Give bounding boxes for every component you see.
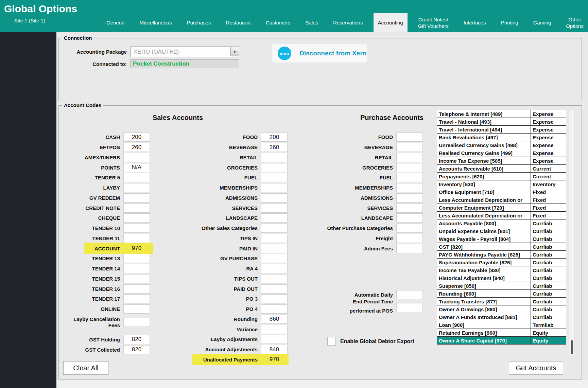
tab-printing[interactable]: Printing xyxy=(497,13,523,32)
purchase-field-food[interactable] xyxy=(396,133,423,142)
account-row-superannuation-payable-826[interactable]: Superannuation Payable [826]Currliab xyxy=(437,258,567,266)
sales-field-po-3[interactable] xyxy=(261,294,288,303)
purchase-field-services[interactable] xyxy=(396,204,423,213)
sales-field-gv-purchase[interactable] xyxy=(261,254,288,263)
purchase-field-retail[interactable] xyxy=(396,153,423,162)
account-row-wages-payable-payroll-804[interactable]: Wages Payable - Payroll [804]Currliab xyxy=(437,235,567,243)
purchase-field-admin-fees[interactable] xyxy=(396,244,423,253)
sales-field-account-adjustments[interactable]: 840 xyxy=(261,345,288,354)
tender-field-cash[interactable]: 200 xyxy=(123,133,150,142)
account-row-historical-adjustment-840[interactable]: Historical Adjustment [840]Currliab xyxy=(437,274,567,282)
tender-field-cheque[interactable] xyxy=(123,213,150,223)
account-row-accounts-receivable-610[interactable]: Accounts Receivable [610]Current xyxy=(437,164,567,173)
sales-field-layby-adjustments[interactable] xyxy=(261,335,288,344)
sales-field-memberships[interactable] xyxy=(261,183,288,192)
tab-sales[interactable]: Sales xyxy=(301,13,323,32)
tender-field-account[interactable]: 970 xyxy=(123,244,150,253)
sales-field-other-sales-categories[interactable] xyxy=(261,224,288,233)
sales-field-po-4[interactable] xyxy=(261,304,288,314)
sales-field-tips-out[interactable] xyxy=(261,274,288,283)
account-row-payg-withholdings-payable-825[interactable]: PAYG Withholdings Payable [825]Currliab xyxy=(437,250,567,259)
account-row-owner-a-share-capital-970[interactable]: Owner A Share Capital [970]Equity xyxy=(437,336,567,345)
account-row-unrealised-currency-gains-498[interactable]: Unrealised Currency Gains [498]Expense xyxy=(437,141,567,149)
account-row-gst-820[interactable]: GST [820]Currliab xyxy=(437,243,567,251)
tab-restaurant[interactable]: Restaurant xyxy=(221,13,255,32)
account-row-bank-revaluations-497[interactable]: Bank Revaluations [497]Expense xyxy=(437,133,567,141)
sales-field-retail[interactable] xyxy=(261,153,288,162)
tender-field-tender-16[interactable] xyxy=(123,284,150,294)
account-row-telephone-internet-489[interactable]: Telephone & Internet [489]Expense xyxy=(437,110,567,118)
clear-all-button[interactable]: Clear All xyxy=(63,361,108,375)
tab-general[interactable]: General xyxy=(102,13,129,32)
account-row-prepayments-620[interactable]: Prepayments [620]Current xyxy=(437,172,567,180)
account-row-office-equipment-710[interactable]: Office Equipment [710]Fixed xyxy=(437,188,567,196)
sales-field-services[interactable] xyxy=(261,204,288,213)
account-row-owner-a-funds-introduced-881[interactable]: Owner A Funds Introduced [881]Currliab xyxy=(437,313,567,321)
enable-global-debtor-export-checkbox[interactable] xyxy=(327,337,336,346)
account-row-inventory-630[interactable]: Inventory [630]Inventory xyxy=(437,180,567,188)
account-row-owner-a-drawings-880[interactable]: Owner A Drawings [880]Currliab xyxy=(437,305,567,313)
tender-field-eftpos[interactable]: 260 xyxy=(123,143,150,152)
accounts-scrollbar-thumb[interactable] xyxy=(571,340,573,354)
sales-field-paid-out[interactable] xyxy=(261,284,288,294)
tab-gaming[interactable]: Gaming xyxy=(529,13,556,32)
account-row-loan-900[interactable]: Loan [900]Termliab xyxy=(437,321,567,329)
purchase-field-beverage[interactable] xyxy=(396,143,423,152)
sales-field-fuel[interactable] xyxy=(261,173,288,182)
purchase-field-other-purchase-categories[interactable] xyxy=(396,224,423,233)
tender-field-tender-5[interactable] xyxy=(123,173,150,182)
purchase-field-admissions[interactable] xyxy=(396,193,423,202)
account-row-rounding-860[interactable]: Rounding [860]Currliab xyxy=(437,289,567,298)
purchase-field-fuel[interactable] xyxy=(396,173,423,182)
disconnect-from-xero-button[interactable]: xero Disconnect from Xero xyxy=(272,44,367,63)
tender-field-credit-note[interactable] xyxy=(123,204,150,213)
account-row-travel-international-494[interactable]: Travel - International [494]Expense xyxy=(437,125,567,134)
account-row-computer-equipment-720[interactable]: Computer Equipment [720]Fixed xyxy=(437,204,567,212)
get-accounts-button[interactable]: Get Accounts xyxy=(509,361,563,375)
account-row-travel-national-493[interactable]: Travel - National [493]Expense xyxy=(437,118,567,126)
sales-field-tips-in[interactable] xyxy=(261,234,288,243)
sales-field-groceries[interactable] xyxy=(261,163,288,172)
tab-credit-notes-gift-vouchers[interactable]: Credit Notes/Gift Vouchers xyxy=(414,13,453,32)
tender-field-points[interactable]: N/A xyxy=(123,163,150,172)
tab-accounting[interactable]: Accounting xyxy=(374,13,408,32)
account-row-realised-currency-gains-499[interactable]: Realised Currency Gains [499]Expense xyxy=(437,149,567,157)
account-row-less-accumulated-depreciation-or[interactable]: Less Accumulated Depreciation orFixed xyxy=(437,196,567,204)
purchase-field-groceries[interactable] xyxy=(396,163,423,172)
purchase-field-landscape[interactable] xyxy=(396,213,423,223)
tender-field-tender-14[interactable] xyxy=(123,264,150,273)
performed-at-pos-field[interactable] xyxy=(396,303,423,312)
sales-field-rounding[interactable]: 860 xyxy=(261,315,288,324)
tender-field-layby-cancellation-fees[interactable] xyxy=(123,318,150,327)
account-row-accounts-payable-800[interactable]: Accounts Payable [800]Currliab xyxy=(437,219,567,227)
sales-field-ra-4[interactable] xyxy=(261,264,288,273)
auto-daily-end-period-time-field[interactable] xyxy=(396,290,423,299)
tab-customers[interactable]: Customers xyxy=(261,13,295,32)
tender-field-gst-collected[interactable]: 820 xyxy=(123,345,150,354)
account-row-retained-earnings-960[interactable]: Retained Earnings [960]Equity xyxy=(437,329,567,337)
accounting-package-dropdown[interactable]: XERO (OAUTH2) ▼ xyxy=(131,47,239,57)
purchase-field-memberships[interactable] xyxy=(396,183,423,192)
tender-field-tender-13[interactable] xyxy=(123,254,150,263)
sales-field-landscape[interactable] xyxy=(261,213,288,223)
account-row-unpaid-expense-claims-801[interactable]: Unpaid Expense Claims [801]Currliab xyxy=(437,227,567,235)
account-row-tracking-transfers-877[interactable]: Tracking Transfers [877]Currliab xyxy=(437,297,567,305)
tender-field-tender-15[interactable] xyxy=(123,274,150,283)
tender-field-amex-diners[interactable] xyxy=(123,153,150,162)
tender-field-tender-17[interactable] xyxy=(123,294,150,303)
accounts-scrollbar[interactable] xyxy=(569,110,574,355)
tab-reservations[interactable]: Reservations xyxy=(329,13,367,32)
dropdown-arrow-icon[interactable]: ▼ xyxy=(230,47,239,56)
tender-field-gv-redeem[interactable] xyxy=(123,193,150,202)
sales-field-variance[interactable] xyxy=(261,325,288,334)
purchase-field-freight[interactable] xyxy=(396,234,423,243)
tender-field-gst-holding[interactable]: 820 xyxy=(123,335,150,344)
sales-field-paid-in[interactable] xyxy=(261,244,288,253)
account-row-less-accumulated-depreciation-or[interactable]: Less Accumulated Depreciation orFixed xyxy=(437,211,567,219)
account-row-suspense-850[interactable]: Suspense [850]Currliab xyxy=(437,282,567,290)
sales-field-food[interactable]: 200 xyxy=(261,133,288,142)
tab-interfaces[interactable]: Interfaces xyxy=(459,13,490,32)
account-row-income-tax-payable-830[interactable]: Income Tax Payable [830]Currliab xyxy=(437,266,567,274)
tender-field-tender-10[interactable] xyxy=(123,224,150,233)
tab-miscellaneous[interactable]: Miscellaneous xyxy=(135,13,176,32)
